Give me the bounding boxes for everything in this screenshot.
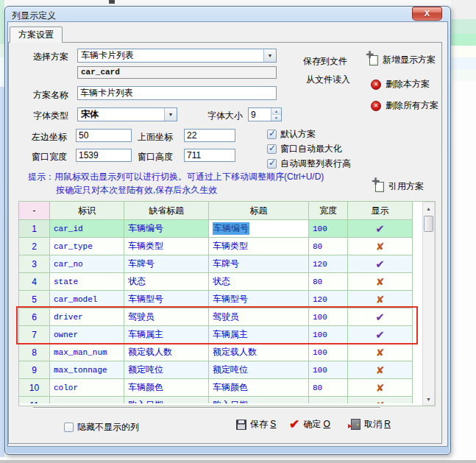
title-cell[interactable]: 车辆类型	[209, 238, 309, 255]
width-cell[interactable]: 80	[309, 273, 348, 291]
field-id-cell[interactable]: max_tonnage	[50, 361, 124, 379]
chevron-down-icon[interactable]	[164, 108, 177, 121]
row-number-cell[interactable]: 6	[19, 308, 50, 326]
show-cell[interactable]: ✔	[348, 220, 413, 238]
table-scrollbar[interactable]: ▲ ▼	[422, 202, 435, 406]
spinner-down-icon[interactable]: ▼	[271, 114, 281, 121]
default-title-cell[interactable]: 车辆编号	[124, 220, 209, 238]
show-cross-icon[interactable]: ✘	[376, 294, 385, 305]
save-button[interactable]: 保存 S	[236, 418, 276, 431]
tab-scheme-settings[interactable]: 方案设置	[10, 26, 63, 43]
save-to-file-button[interactable]: 保存到文件	[303, 55, 347, 68]
width-cell[interactable]: 120	[309, 255, 348, 273]
ok-button[interactable]: ✔ 确定 O	[289, 418, 330, 431]
field-id-cell[interactable]: car_type	[50, 238, 124, 255]
select-scheme-combobox[interactable]: 车辆卡片列表	[77, 49, 277, 63]
option-checkbox-0[interactable]: 默认方案	[267, 128, 316, 141]
field-id-cell[interactable]: car_model	[50, 291, 124, 308]
spinner-up-icon[interactable]: ▲	[271, 108, 281, 114]
show-cell[interactable]: ✘	[348, 379, 413, 397]
title-cell[interactable]: 额定载人数	[209, 344, 309, 361]
delete-all-schemes-button[interactable]: 删除所有方案	[371, 99, 438, 112]
row-number-cell[interactable]: 8	[19, 344, 50, 361]
show-cross-icon[interactable]: ✘	[376, 382, 385, 394]
width-cell[interactable]: 100	[309, 344, 348, 361]
field-id-cell[interactable]: car_id	[50, 220, 124, 238]
show-cell[interactable]: ✘	[348, 291, 413, 308]
chevron-down-icon[interactable]	[263, 49, 276, 62]
column-header[interactable]: 标识	[50, 202, 124, 220]
option-checkbox-2[interactable]: 自动调整列表行高	[267, 158, 351, 170]
title-cell[interactable]: 车牌号	[209, 255, 309, 273]
show-cross-icon[interactable]: ✘	[376, 400, 385, 404]
title-cell[interactable]: 车辆属主	[209, 326, 309, 344]
field-id-cell[interactable]: color	[50, 379, 124, 397]
field-id-cell[interactable]	[50, 397, 124, 403]
default-title-cell[interactable]: 车辆型号	[124, 291, 209, 308]
show-check-icon[interactable]: ✔	[375, 311, 385, 324]
row-number-cell[interactable]: 9	[19, 361, 50, 379]
delete-scheme-button[interactable]: 删除本方案	[371, 78, 430, 91]
show-cross-icon[interactable]: ✘	[376, 241, 385, 252]
hide-hidden-columns-checkbox[interactable]: 隐藏不显示的列	[64, 421, 139, 434]
font-type-combobox[interactable]: 宋体	[77, 107, 177, 121]
show-cell[interactable]: ✔	[348, 326, 413, 344]
field-id-cell[interactable]: state	[50, 273, 124, 291]
show-check-icon[interactable]: ✔	[375, 328, 385, 342]
default-title-cell[interactable]: 驾驶员	[124, 308, 209, 326]
row-number-cell[interactable]: 2	[19, 238, 50, 255]
row-number-cell[interactable]: 10	[19, 379, 50, 397]
title-cell[interactable]: 购入日期	[209, 397, 309, 403]
show-cross-icon[interactable]: ✘	[376, 276, 385, 288]
column-header[interactable]: 缺省标题	[124, 202, 209, 220]
show-check-icon[interactable]: ✔	[375, 258, 385, 271]
row-number-cell[interactable]: 11	[19, 397, 50, 403]
title-cell[interactable]: 车辆型号	[209, 291, 309, 308]
option-checkbox-1[interactable]: 窗口自动最大化	[267, 143, 342, 155]
width-cell[interactable]	[309, 397, 348, 403]
width-cell[interactable]: 100	[309, 220, 348, 238]
default-title-cell[interactable]: 额定载人数	[124, 344, 209, 361]
add-scheme-button[interactable]: 新增显示方案	[369, 54, 436, 66]
default-title-cell[interactable]: 车牌号	[124, 255, 209, 273]
cancel-button[interactable]: 取消 R	[351, 418, 391, 431]
close-button[interactable]: X	[412, 7, 442, 21]
field-id-cell[interactable]: max_man_num	[50, 344, 124, 361]
window-height-input[interactable]	[184, 149, 235, 162]
title-cell[interactable]: 状态	[209, 273, 309, 291]
show-cell[interactable]: ✘	[348, 238, 413, 255]
default-title-cell[interactable]: 购入日期	[124, 397, 209, 403]
column-header[interactable]: 宽度	[309, 202, 348, 220]
top-coord-input[interactable]	[184, 129, 235, 142]
row-number-cell[interactable]: 1	[19, 220, 50, 238]
left-coord-input[interactable]	[76, 129, 132, 142]
row-number-cell[interactable]: 3	[19, 255, 50, 273]
show-cross-icon[interactable]: ✘	[376, 364, 385, 376]
show-cell[interactable]: ✘	[348, 397, 413, 403]
show-cell[interactable]: ✔	[348, 255, 413, 273]
read-from-file-button[interactable]: 从文件读入	[306, 74, 350, 86]
width-cell[interactable]: 100	[309, 326, 348, 344]
field-id-cell[interactable]: owner	[50, 326, 124, 344]
show-check-icon[interactable]: ✔	[375, 222, 385, 236]
row-number-cell[interactable]: 4	[19, 273, 50, 291]
default-title-cell[interactable]: 额定吨位	[124, 361, 209, 379]
scroll-up-icon[interactable]: ▲	[423, 202, 434, 214]
reference-scheme-button[interactable]: 引用方案	[375, 180, 424, 193]
field-id-cell[interactable]: driver	[50, 308, 124, 326]
title-cell[interactable]: 额定吨位	[209, 361, 309, 379]
field-id-cell[interactable]: car_no	[50, 255, 124, 273]
show-cell[interactable]: ✘	[348, 361, 413, 379]
scheme-name-input[interactable]	[77, 86, 277, 100]
width-cell[interactable]: 80	[309, 238, 348, 255]
default-title-cell[interactable]: 车辆类型	[124, 238, 209, 255]
row-number-cell[interactable]: 7	[19, 326, 50, 344]
scroll-down-icon[interactable]: ▼	[423, 393, 434, 405]
column-header[interactable]: 显示	[348, 202, 413, 220]
default-title-cell[interactable]: 车辆属主	[124, 326, 209, 344]
title-cell[interactable]: 车辆编号	[209, 220, 309, 238]
show-cross-icon[interactable]: ✘	[376, 347, 385, 358]
column-header[interactable]: 标题	[209, 202, 309, 220]
font-size-input[interactable]	[249, 108, 271, 121]
scrollbar-thumb[interactable]	[424, 216, 433, 232]
